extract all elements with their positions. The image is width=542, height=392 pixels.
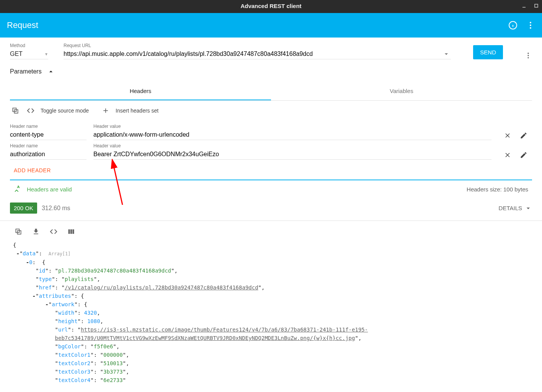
- headers-toolbar: Toggle source mode Insert headers set: [0, 101, 542, 121]
- params-tabs: Headers Variables: [10, 82, 532, 101]
- header-name-input[interactable]: [10, 130, 87, 140]
- header-name-input[interactable]: [10, 149, 87, 159]
- header-value-input[interactable]: [93, 149, 491, 159]
- svg-rect-22: [70, 229, 72, 234]
- copy-response-icon[interactable]: [13, 226, 24, 237]
- app-bar: Request: [0, 13, 542, 38]
- status-row: 200 OK 312.60 ms DETAILS: [0, 198, 542, 221]
- remove-header-icon[interactable]: [503, 131, 512, 140]
- parameters-toggle[interactable]: Parameters: [0, 59, 542, 82]
- status-badge: 200 OK: [10, 203, 37, 214]
- headers-size-text: Headers size: 100 bytes: [467, 186, 528, 193]
- response-toolbar: [0, 221, 542, 238]
- url-expand-icon[interactable]: [442, 50, 451, 58]
- header-row: Header name Header value: [0, 140, 542, 160]
- chevron-down-icon: [524, 204, 532, 212]
- header-row: Header name Header value: [0, 121, 542, 140]
- code-toggle-icon[interactable]: [25, 105, 36, 116]
- chevron-up-icon: [47, 68, 55, 75]
- header-value-input[interactable]: [93, 130, 491, 140]
- edit-header-icon[interactable]: [519, 131, 528, 140]
- details-button[interactable]: DETAILS: [499, 204, 532, 212]
- response-body[interactable]: { -"data": Array[1] -0: { "id": "pl.728b…: [0, 238, 542, 384]
- svg-point-10: [527, 57, 529, 58]
- raw-view-icon[interactable]: [48, 226, 59, 237]
- info-icon[interactable]: [508, 21, 518, 30]
- tab-headers[interactable]: Headers: [10, 82, 271, 100]
- method-select[interactable]: GET ▼: [10, 49, 48, 59]
- svg-point-7: [530, 27, 531, 29]
- remove-header-icon[interactable]: [503, 150, 512, 160]
- headers-valid-text: Headers are valid: [27, 186, 72, 193]
- method-label: Method: [10, 43, 48, 48]
- svg-rect-21: [69, 229, 70, 234]
- svg-point-6: [530, 24, 531, 26]
- svg-point-8: [527, 53, 529, 54]
- send-button[interactable]: SEND: [473, 45, 503, 59]
- minimize-icon[interactable]: [521, 3, 527, 8]
- svg-rect-23: [72, 229, 74, 234]
- request-more-icon[interactable]: [524, 52, 532, 59]
- more-vert-icon[interactable]: [526, 21, 535, 30]
- toggle-source-label[interactable]: Toggle source mode: [41, 108, 89, 114]
- dropdown-icon: ▼: [44, 52, 48, 56]
- insert-headers-label[interactable]: Insert headers set: [116, 108, 158, 114]
- validation-bar: Headers are valid Headers size: 100 byte…: [10, 180, 532, 198]
- add-header-button[interactable]: ADD HEADER: [14, 167, 51, 173]
- svg-point-9: [527, 55, 529, 56]
- spellcheck-icon: [14, 185, 22, 193]
- svg-point-5: [530, 22, 531, 23]
- maximize-icon[interactable]: [534, 3, 539, 8]
- title-bar: Advanced REST client: [0, 0, 542, 13]
- response-time: 312.60 ms: [42, 205, 70, 212]
- columns-view-icon[interactable]: [66, 226, 77, 237]
- edit-header-icon[interactable]: [519, 150, 528, 160]
- window-title: Advanced REST client: [240, 3, 301, 9]
- request-row: Method GET ▼ Request URL SEND: [0, 38, 542, 59]
- copy-icon[interactable]: [10, 105, 21, 116]
- svg-rect-1: [535, 4, 538, 7]
- tab-variables[interactable]: Variables: [271, 82, 532, 100]
- plus-icon[interactable]: [100, 105, 111, 116]
- url-input[interactable]: [64, 49, 442, 59]
- url-label: Request URL: [64, 43, 451, 48]
- app-title: Request: [7, 20, 38, 30]
- download-response-icon[interactable]: [31, 226, 41, 237]
